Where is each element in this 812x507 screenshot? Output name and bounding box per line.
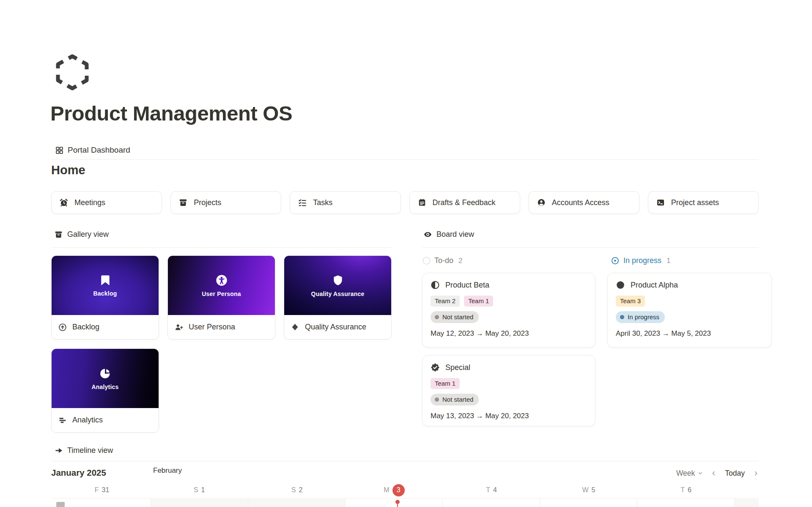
alarm-clock-icon xyxy=(60,198,68,207)
quick-link-label: Tasks xyxy=(313,198,332,207)
arrow-right-icon xyxy=(55,447,63,455)
status-dot xyxy=(620,315,624,319)
card-cover: Backlog xyxy=(52,256,159,315)
chevron-right-icon[interactable] xyxy=(753,471,759,476)
gridline xyxy=(540,499,540,507)
today-button[interactable]: Today xyxy=(725,469,745,478)
page-title: Product Management OS xyxy=(50,101,292,125)
timeline-view-header[interactable]: Timeline view xyxy=(55,446,113,455)
gridline xyxy=(637,499,637,507)
card-title: Product Beta xyxy=(445,281,489,290)
board-column-in-progress[interactable]: In progress 1 xyxy=(611,256,671,265)
person-add-icon xyxy=(175,323,183,332)
card-cover: Analytics xyxy=(52,349,159,408)
status-badge: In progress xyxy=(616,311,665,323)
gallery-card-analytics[interactable]: Analytics Analytics xyxy=(51,348,159,433)
date-range: April 30, 2023 → May 5, 2023 xyxy=(616,329,763,338)
status-dot xyxy=(435,315,439,319)
card-title: Analytics xyxy=(72,416,103,425)
card-title: Backlog xyxy=(72,323,99,332)
projects-button[interactable]: Projects xyxy=(170,191,281,214)
quick-link-label: Meetings xyxy=(74,198,105,207)
divider xyxy=(51,159,759,160)
gridline xyxy=(442,499,443,507)
day-header: F31 xyxy=(81,484,123,496)
filled-circle-icon xyxy=(616,280,625,290)
timeline-grid[interactable] xyxy=(51,498,759,507)
day-header: S2 xyxy=(276,484,318,496)
board-card-product-beta[interactable]: Product Beta Team 2 Team 1 Not started M… xyxy=(422,273,595,348)
quick-link-label: Projects xyxy=(194,198,221,207)
gallery-card-user-persona[interactable]: User Persona User Persona xyxy=(167,255,275,340)
quick-link-label: Accounts Access xyxy=(552,198,609,207)
page: Product Management OS Portal Dashboard H… xyxy=(0,0,812,507)
section-title: Timeline view xyxy=(67,446,113,455)
section-title: Board view xyxy=(436,230,474,239)
bookmark-icon xyxy=(100,274,111,286)
board-card-product-alpha[interactable]: Product Alpha Team 3 In progress April 3… xyxy=(607,273,772,348)
gallery-card-backlog[interactable]: Backlog Backlog xyxy=(51,255,159,340)
divider xyxy=(51,247,392,248)
day-header: W5 xyxy=(568,484,610,496)
column-count: 2 xyxy=(458,257,462,265)
grid-icon xyxy=(55,146,63,154)
diamond-icon xyxy=(291,323,299,332)
meetings-button[interactable]: Meetings xyxy=(51,191,162,214)
checklist-icon xyxy=(298,198,307,207)
drafts-feedback-button[interactable]: Drafts & Feedback xyxy=(409,191,520,214)
bar-chart-icon xyxy=(58,416,67,425)
today-indicator-line xyxy=(397,502,398,507)
chevron-down-icon xyxy=(698,471,703,476)
card-footer: Quality Assurance xyxy=(284,315,391,339)
gallery-card-quality-assurance[interactable]: Quality Assurance Quality Assurance xyxy=(284,255,392,340)
day-header-today: M 3 xyxy=(373,484,415,496)
gallery-view-header[interactable]: Gallery view xyxy=(55,230,109,239)
notepad-icon xyxy=(418,198,426,207)
card-title: Quality Assurance xyxy=(305,323,366,332)
tasks-button[interactable]: Tasks xyxy=(290,191,401,214)
accessibility-icon xyxy=(215,274,228,287)
timeline-zoom-select[interactable]: Week xyxy=(676,469,703,478)
team-tag: Team 1 xyxy=(464,296,493,307)
card-cover: User Persona xyxy=(168,256,275,315)
cover-label: Analytics xyxy=(91,384,118,390)
play-circle-icon xyxy=(611,257,619,265)
badge-check-icon xyxy=(431,363,440,372)
day-header: T4 xyxy=(470,484,513,496)
status-dot xyxy=(435,397,439,402)
accounts-access-button[interactable]: Accounts Access xyxy=(529,191,639,214)
todo-status-icon xyxy=(423,257,430,264)
card-title: Special xyxy=(445,363,470,372)
quick-links-row: Meetings Projects xyxy=(51,191,759,214)
status-badge: Not started xyxy=(431,394,479,406)
shield-icon xyxy=(332,274,344,287)
gridline xyxy=(151,499,151,507)
column-name: In progress xyxy=(623,256,661,265)
tab-portal-dashboard[interactable]: Portal Dashboard xyxy=(55,144,134,156)
gridline xyxy=(734,499,735,507)
section-title: Gallery view xyxy=(67,230,109,239)
today-marker: 3 xyxy=(392,484,405,496)
half-circle-icon xyxy=(431,280,440,290)
weekend-shading xyxy=(734,499,759,507)
date-range: May 13, 2023 → May 20, 2023 xyxy=(431,412,587,420)
terminal-icon xyxy=(656,198,665,207)
timeline-item-icon xyxy=(56,502,65,507)
team-tag: Team 1 xyxy=(431,378,460,389)
gallery-grid: Backlog Backlog xyxy=(51,255,392,433)
cover-label: User Persona xyxy=(202,290,241,297)
board-view-header[interactable]: Board view xyxy=(424,230,474,239)
cover-label: Backlog xyxy=(93,290,117,297)
day-header: T6 xyxy=(665,484,707,496)
cover-label: Quality Assurance xyxy=(311,290,365,297)
archive-box-icon xyxy=(179,198,187,207)
date-range: May 12, 2023 → May 20, 2023 xyxy=(431,329,587,338)
gridline xyxy=(248,499,248,507)
pie-chart-icon xyxy=(99,367,112,380)
chevron-left-icon[interactable] xyxy=(711,471,716,476)
card-cover: Quality Assurance xyxy=(284,256,391,315)
project-assets-button[interactable]: Project assets xyxy=(648,191,759,214)
board-card-special[interactable]: Special Team 1 Not started May 13, 2023 … xyxy=(422,355,595,426)
board-column-todo[interactable]: To-do 2 xyxy=(423,256,463,265)
tab-label: Portal Dashboard xyxy=(68,145,130,155)
